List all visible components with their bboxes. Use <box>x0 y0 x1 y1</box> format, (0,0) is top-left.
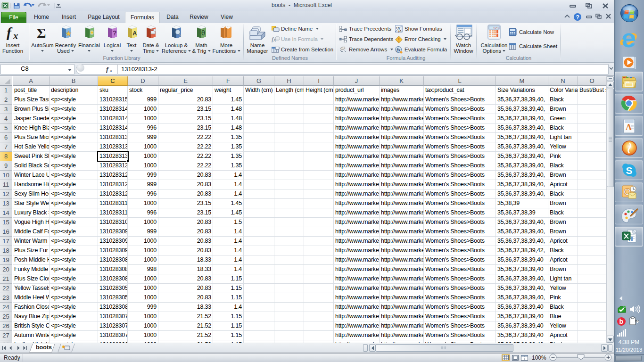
svg-text:✸: ✸ <box>62 345 66 349</box>
svg-text:★: ★ <box>66 30 72 37</box>
svg-text:?: ? <box>576 14 579 21</box>
svg-text:A: A <box>626 123 632 132</box>
svg-text:x: x <box>13 30 18 41</box>
svg-text:A: A <box>132 30 137 37</box>
svg-text:123: 123 <box>493 26 499 30</box>
svg-text:b: b <box>619 318 624 325</box>
svg-text:e: e <box>621 30 636 49</box>
svg-text:x: x <box>109 67 112 73</box>
svg-text:f: f <box>106 66 109 73</box>
svg-text:fx: fx <box>398 28 402 33</box>
svg-text:?: ? <box>113 29 117 37</box>
svg-text:fx: fx <box>396 47 400 52</box>
svg-text:f: f <box>7 25 13 40</box>
svg-text:θ: θ <box>201 29 205 37</box>
svg-text:S: S <box>626 165 633 176</box>
svg-text:Σ: Σ <box>37 25 46 40</box>
svg-text:!: ! <box>398 37 400 42</box>
